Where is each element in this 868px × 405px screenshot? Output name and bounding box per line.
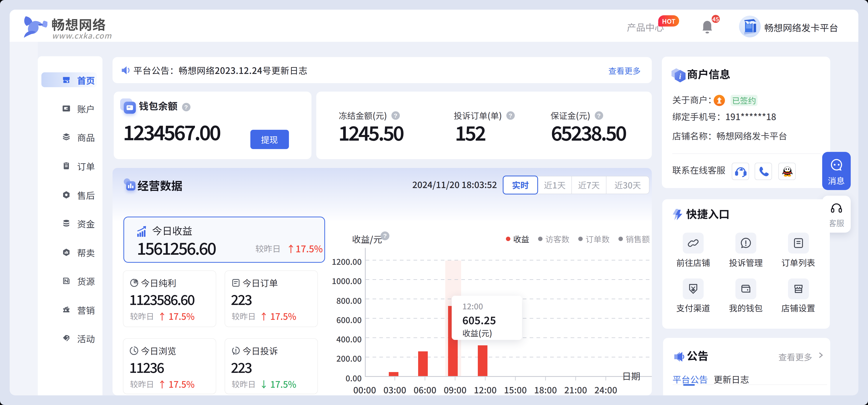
svg-text:i: i	[679, 72, 681, 81]
